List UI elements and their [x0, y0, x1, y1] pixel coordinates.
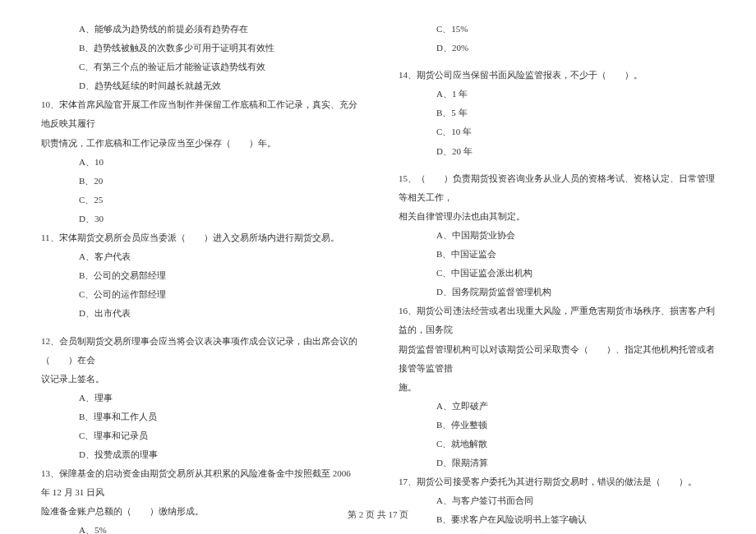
q12-option-b: B、理事和工作人员	[41, 407, 357, 426]
page-footer: 第 2 页 共 17 页	[0, 505, 756, 524]
q11-stem: 11、宋体期货交易所会员应当委派（ ）进入交易所场内进行期货交易。	[41, 228, 357, 247]
q16-stem-line1: 16、期货公司违法经营或者出现重大风险，严重危害期货市场秩序、损害客户利益的，国…	[399, 302, 715, 339]
q16-stem-line2: 期货监督管理机构可以对该期货公司采取责令（ ）、指定其他机构托管或者接管等监管措	[399, 340, 715, 378]
q10-option-d: D、30	[41, 209, 357, 228]
q14-option-b: B、5 年	[399, 104, 715, 122]
q14-option-d: D、20 年	[399, 142, 715, 161]
q10-option-b: B、20	[41, 172, 357, 191]
q16-option-c: C、就地解散	[399, 435, 715, 453]
q16-stem-line3: 施。	[399, 378, 715, 397]
q11-option-b: B、公司的交易部经理	[41, 266, 357, 285]
q14-option-a: A、1 年	[399, 85, 715, 104]
q16-option-b: B、停业整顿	[399, 416, 715, 435]
q12-option-a: A、理事	[41, 389, 357, 407]
q15-stem-line1: 15、（ ）负责期货投资咨询业务从业人员的资格考试、资格认定、日常管理等相关工作…	[399, 169, 715, 207]
q12-stem-line2: 议记录上签名。	[41, 370, 357, 389]
q10-option-c: C、25	[41, 191, 357, 209]
q11-option-a: A、客户代表	[41, 247, 357, 266]
q10-stem-line1: 10、宋体首席风险官开展工作应当制作并保留工作底稿和工作记录，真实、充分地反映其…	[41, 95, 357, 133]
q12-option-d: D、投赞成票的理事	[41, 445, 357, 464]
q10-stem-line2: 职责情况，工作底稿和工作记录应当至少保存（ ）年。	[41, 134, 357, 153]
q17-stem: 17、期货公司接受客户委托为其进行期货交易时，错误的做法是（ ）。	[399, 472, 715, 491]
left-column: A、能够成为趋势线的前提必须有趋势存在 B、趋势线被触及的次数多少可用于证明其有…	[41, 20, 357, 534]
q15-option-d: D、国务院期货监督管理机构	[399, 283, 715, 302]
q16-option-a: A、立即破产	[399, 397, 715, 416]
q15-option-a: A、中国期货业协会	[399, 226, 715, 245]
q15-stem-line2: 相关自律管理办法也由其制定。	[399, 207, 715, 226]
q12-stem-line1: 12、会员制期货交易所理事会应当将会议表决事项作成会议记录，由出席会议的（ ）在…	[41, 332, 357, 370]
q9-option-d: D、趋势线延续的时间越长就越无效	[41, 76, 357, 95]
q12-option-c: C、理事和记录员	[41, 426, 357, 445]
q11-option-c: C、公司的运作部经理	[41, 285, 357, 304]
q11-option-d: D、出市代表	[41, 304, 357, 323]
q15-option-b: B、中国证监会	[399, 245, 715, 264]
right-column: C、15% D、20% 14、期货公司应当保留书面风险监管报表，不少于（ ）。 …	[399, 20, 715, 534]
q15-option-c: C、中国证监会派出机构	[399, 264, 715, 283]
q13-option-d: D、20%	[399, 39, 715, 58]
q9-option-c: C、有第三个点的验证后才能验证该趋势线有效	[41, 58, 357, 76]
q9-option-b: B、趋势线被触及的次数多少可用于证明其有效性	[41, 39, 357, 58]
q14-stem: 14、期货公司应当保留书面风险监管报表，不少于（ ）。	[399, 66, 715, 85]
q9-option-a: A、能够成为趋势线的前提必须有趋势存在	[41, 20, 357, 39]
q13-option-c: C、15%	[399, 20, 715, 39]
q10-option-a: A、10	[41, 153, 357, 172]
q17-option-c: C、事先向客户出示风险说明书	[399, 529, 715, 534]
q16-option-d: D、限期清算	[399, 453, 715, 472]
q14-option-c: C、10 年	[399, 122, 715, 141]
q13-stem-line1: 13、保障基金的启动资金由期货交易所从其积累的风险准备金中按照截至 2006 年…	[41, 464, 357, 502]
